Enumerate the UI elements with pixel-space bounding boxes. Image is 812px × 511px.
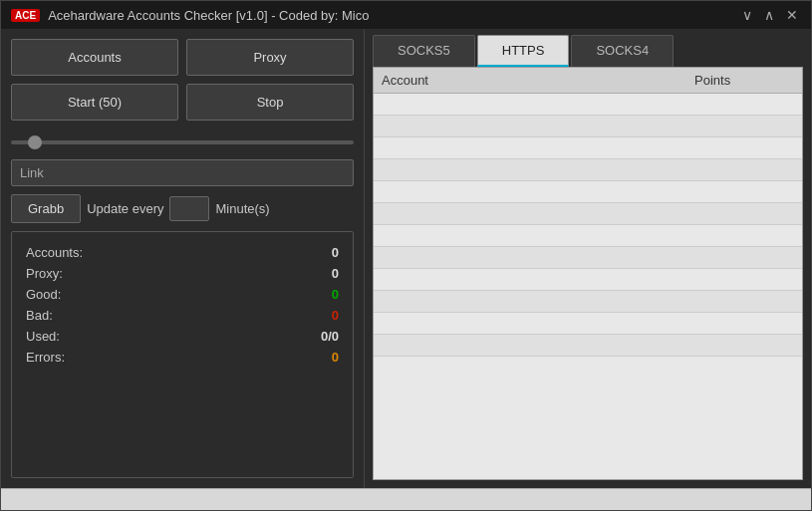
link-input[interactable]	[11, 159, 354, 186]
update-every-label: Update every	[87, 201, 163, 216]
main-window: ACE Acehardware Accounts Checker [v1.0] …	[0, 0, 812, 511]
accounts-button[interactable]: Accounts	[11, 39, 178, 76]
table-row	[374, 203, 802, 225]
errors-stat-label: Errors:	[26, 350, 65, 365]
grabb-button[interactable]: Grabb	[11, 194, 81, 223]
stat-errors: Errors: 0	[26, 347, 339, 368]
results-table: Account Points	[373, 67, 803, 480]
title-bar-controls: ∨ ∧ ✕	[739, 7, 801, 23]
close-button[interactable]: ✕	[783, 7, 801, 23]
stat-accounts: Accounts: 0	[26, 242, 339, 263]
top-button-row: Accounts Proxy	[11, 39, 354, 76]
progress-slider[interactable]	[11, 140, 354, 144]
right-panel: SOCKS5 HTTPS SOCKS4 Account Points	[365, 29, 811, 488]
table-row	[374, 116, 802, 137]
table-row	[374, 159, 802, 181]
left-panel: Accounts Proxy Start (50) Stop Grabb Upd…	[1, 29, 365, 488]
proxy-stat-label: Proxy:	[26, 266, 63, 281]
stop-button[interactable]: Stop	[186, 84, 354, 121]
column-header-points: Points	[694, 73, 794, 88]
stat-good: Good: 0	[26, 284, 339, 305]
table-row	[374, 291, 802, 313]
table-row	[374, 247, 802, 269]
update-interval-input[interactable]: 20	[169, 196, 209, 221]
start-button[interactable]: Start (50)	[11, 84, 178, 121]
tab-socks5[interactable]: SOCKS5	[373, 35, 475, 67]
errors-stat-value: 0	[332, 350, 339, 365]
used-stat-label: Used:	[26, 329, 60, 344]
table-body	[374, 94, 802, 475]
grab-row: Grabb Update every 20 Minute(s)	[11, 194, 354, 223]
title-bar: ACE Acehardware Accounts Checker [v1.0] …	[1, 1, 811, 29]
table-row	[374, 181, 802, 203]
good-stat-value: 0	[332, 287, 339, 302]
tabs-bar: SOCKS5 HTTPS SOCKS4	[365, 29, 811, 67]
bad-stat-value: 0	[332, 308, 339, 323]
ace-logo: ACE	[11, 9, 40, 22]
proxy-button[interactable]: Proxy	[186, 39, 354, 76]
minimize-button[interactable]: ∨	[739, 7, 755, 23]
slider-container	[11, 128, 354, 151]
proxy-stat-value: 0	[332, 266, 339, 281]
table-row	[374, 269, 802, 291]
title-bar-left: ACE Acehardware Accounts Checker [v1.0] …	[11, 8, 369, 23]
table-row	[374, 313, 802, 335]
minutes-label: Minute(s)	[215, 201, 269, 216]
good-stat-label: Good:	[26, 287, 61, 302]
title-bar-title: Acehardware Accounts Checker [v1.0] - Co…	[48, 8, 369, 23]
table-row	[374, 137, 802, 159]
stat-used: Used: 0/0	[26, 326, 339, 347]
bad-stat-label: Bad:	[26, 308, 53, 323]
stats-panel: Accounts: 0 Proxy: 0 Good: 0 Bad: 0 Used…	[11, 231, 354, 478]
table-row	[374, 94, 802, 116]
accounts-stat-label: Accounts:	[26, 245, 83, 260]
tab-socks4[interactable]: SOCKS4	[571, 35, 674, 67]
maximize-button[interactable]: ∧	[761, 7, 777, 23]
table-row	[374, 225, 802, 247]
table-header: Account Points	[374, 68, 802, 94]
stat-bad: Bad: 0	[26, 305, 339, 326]
status-bar	[1, 488, 811, 510]
main-content: Accounts Proxy Start (50) Stop Grabb Upd…	[1, 29, 811, 488]
table-row	[374, 335, 802, 357]
start-stop-row: Start (50) Stop	[11, 84, 354, 121]
accounts-stat-value: 0	[332, 245, 339, 260]
used-stat-value: 0/0	[321, 329, 339, 344]
column-header-account: Account	[382, 73, 694, 88]
stat-proxy: Proxy: 0	[26, 263, 339, 284]
tab-https[interactable]: HTTPS	[477, 35, 570, 67]
